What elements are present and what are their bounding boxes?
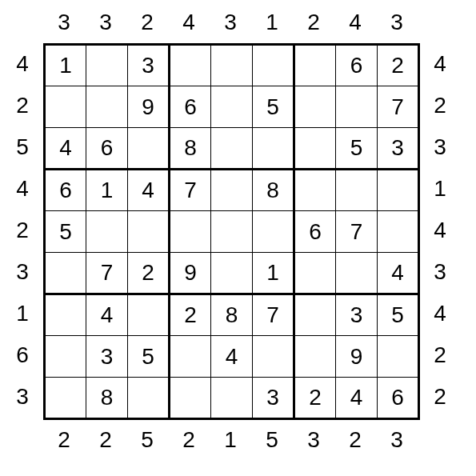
cell-r8c8[interactable]: 9 (336, 336, 378, 378)
cell-r5c2[interactable] (86, 211, 128, 253)
cell-r2c3[interactable]: 9 (128, 86, 170, 128)
skyscraper-sudoku: 3324312432252153234254231634231434221362… (0, 0, 476, 476)
cell-r1c2[interactable] (86, 45, 128, 86)
clue-right-3: 3 (419, 126, 461, 168)
cell-r4c2[interactable]: 1 (86, 170, 128, 211)
cell-r4c3[interactable]: 4 (128, 170, 170, 211)
cell-r2c6[interactable]: 5 (253, 86, 294, 128)
cell-r7c1[interactable] (45, 294, 86, 336)
cell-r2c2[interactable] (86, 86, 128, 128)
cell-r3c3[interactable] (128, 128, 170, 170)
cell-r7c7[interactable] (294, 294, 336, 336)
clue-left-7: 1 (2, 293, 43, 334)
cell-r5c5[interactable] (211, 211, 253, 253)
cell-r1c1[interactable]: 1 (45, 45, 86, 86)
clue-right-9: 2 (419, 376, 461, 418)
cell-r6c9[interactable]: 4 (378, 253, 419, 294)
clue-right-1: 4 (419, 43, 461, 85)
cell-r2c4[interactable]: 6 (170, 86, 211, 128)
clue-top-1: 3 (43, 2, 85, 43)
cell-r3c2[interactable]: 6 (86, 128, 128, 170)
cell-r6c4[interactable]: 9 (170, 253, 211, 294)
cell-r1c6[interactable] (253, 45, 294, 86)
cell-r3c5[interactable] (211, 128, 253, 170)
cell-r9c7[interactable]: 2 (294, 378, 336, 419)
cell-r5c8[interactable]: 7 (336, 211, 378, 253)
clue-top-9: 3 (376, 2, 418, 43)
clue-top-5: 3 (210, 2, 251, 43)
cell-r5c7[interactable]: 6 (294, 211, 336, 253)
cell-r3c8[interactable]: 5 (336, 128, 378, 170)
cell-r7c9[interactable]: 5 (378, 294, 419, 336)
cell-r5c1[interactable]: 5 (45, 211, 86, 253)
cell-r1c4[interactable] (170, 45, 211, 86)
cell-r8c9[interactable] (378, 336, 419, 378)
cell-r2c1[interactable] (45, 86, 86, 128)
clue-top-4: 4 (168, 2, 210, 43)
clue-bottom-8: 2 (334, 419, 376, 461)
cell-r4c9[interactable] (378, 170, 419, 211)
cell-r9c9[interactable]: 6 (378, 378, 419, 419)
cell-r4c6[interactable]: 8 (253, 170, 294, 211)
cell-r4c5[interactable] (211, 170, 253, 211)
cell-r6c2[interactable]: 7 (86, 253, 128, 294)
cell-r6c5[interactable] (211, 253, 253, 294)
cell-r5c6[interactable] (253, 211, 294, 253)
clue-right-4: 1 (419, 168, 461, 210)
cell-r5c3[interactable] (128, 211, 170, 253)
cell-r6c1[interactable] (45, 253, 86, 294)
cell-r5c9[interactable] (378, 211, 419, 253)
cell-r3c4[interactable]: 8 (170, 128, 211, 170)
cell-r8c3[interactable]: 5 (128, 336, 170, 378)
cell-r7c8[interactable]: 3 (336, 294, 378, 336)
cell-r4c4[interactable]: 7 (170, 170, 211, 211)
cell-r8c5[interactable]: 4 (211, 336, 253, 378)
cell-r2c8[interactable] (336, 86, 378, 128)
clue-top-7: 2 (293, 2, 334, 43)
cell-r2c7[interactable] (294, 86, 336, 128)
cell-r4c7[interactable] (294, 170, 336, 211)
cell-r9c8[interactable]: 4 (336, 378, 378, 419)
clue-left-2: 2 (2, 85, 43, 126)
cell-r8c7[interactable] (294, 336, 336, 378)
sudoku-grid: 1362965746853614785677291442873535498324… (43, 43, 420, 420)
cell-r9c3[interactable] (128, 378, 170, 419)
clue-right-2: 2 (419, 85, 461, 126)
cell-r1c7[interactable] (294, 45, 336, 86)
clue-right-7: 4 (419, 293, 461, 334)
cell-r9c2[interactable]: 8 (86, 378, 128, 419)
cell-r9c4[interactable] (170, 378, 211, 419)
cell-r7c4[interactable]: 2 (170, 294, 211, 336)
cell-r4c8[interactable] (336, 170, 378, 211)
cell-r1c5[interactable] (211, 45, 253, 86)
cell-r1c8[interactable]: 6 (336, 45, 378, 86)
cell-r8c1[interactable] (45, 336, 86, 378)
cell-r3c7[interactable] (294, 128, 336, 170)
cell-r2c9[interactable]: 7 (378, 86, 419, 128)
cell-r9c6[interactable]: 3 (253, 378, 294, 419)
cell-r3c1[interactable]: 4 (45, 128, 86, 170)
cell-r7c6[interactable]: 7 (253, 294, 294, 336)
cell-r9c1[interactable] (45, 378, 86, 419)
clue-top-8: 4 (334, 2, 376, 43)
clue-top-2: 3 (85, 2, 126, 43)
clue-left-3: 5 (2, 126, 43, 168)
cell-r2c5[interactable] (211, 86, 253, 128)
cell-r8c2[interactable]: 3 (86, 336, 128, 378)
cell-r8c4[interactable] (170, 336, 211, 378)
cell-r7c2[interactable]: 4 (86, 294, 128, 336)
cell-r8c6[interactable] (253, 336, 294, 378)
cell-r4c1[interactable]: 6 (45, 170, 86, 211)
cell-r6c7[interactable] (294, 253, 336, 294)
cell-r1c9[interactable]: 2 (378, 45, 419, 86)
cell-r7c5[interactable]: 8 (211, 294, 253, 336)
cell-r7c3[interactable] (128, 294, 170, 336)
cell-r6c8[interactable] (336, 253, 378, 294)
cell-r3c6[interactable] (253, 128, 294, 170)
cell-r3c9[interactable]: 3 (378, 128, 419, 170)
cell-r1c3[interactable]: 3 (128, 45, 170, 86)
cell-r9c5[interactable] (211, 378, 253, 419)
cell-r6c6[interactable]: 1 (253, 253, 294, 294)
cell-r6c3[interactable]: 2 (128, 253, 170, 294)
cell-r5c4[interactable] (170, 211, 211, 253)
